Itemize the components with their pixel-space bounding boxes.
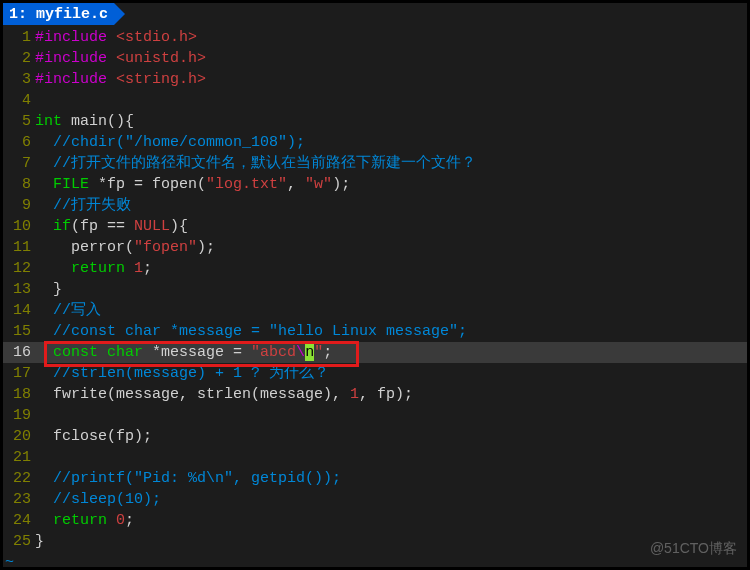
line-number: 23	[3, 489, 35, 510]
tab-bar: 1: myfile.c	[3, 3, 747, 25]
code-line[interactable]: 13 }	[3, 279, 747, 300]
line-number: 15	[3, 321, 35, 342]
code-line[interactable]: 15 //const char *message = "hello Linux …	[3, 321, 747, 342]
code-line[interactable]: 9 //打开失败	[3, 195, 747, 216]
code-content: //sleep(10);	[35, 489, 747, 510]
line-number: 14	[3, 300, 35, 321]
code-line[interactable]: 6 //chdir("/home/common_108");	[3, 132, 747, 153]
line-number: 16	[3, 342, 35, 363]
code-content: //chdir("/home/common_108");	[35, 132, 747, 153]
code-line[interactable]: 20 fclose(fp);	[3, 426, 747, 447]
code-line[interactable]: 1#include <stdio.h>	[3, 27, 747, 48]
line-number: 13	[3, 279, 35, 300]
code-content: //printf("Pid: %d\n", getpid());	[35, 468, 747, 489]
code-content: //打开文件的路径和文件名，默认在当前路径下新建一个文件？	[35, 153, 747, 174]
code-line[interactable]: 25}	[3, 531, 747, 552]
code-line[interactable]: 8 FILE *fp = fopen("log.txt", "w");	[3, 174, 747, 195]
eof-tilde: ~	[3, 552, 747, 570]
line-number: 3	[3, 69, 35, 90]
code-content	[35, 90, 747, 111]
code-content: const char *message = "abcd\n";	[35, 342, 747, 363]
line-number: 6	[3, 132, 35, 153]
code-line[interactable]: 14 //写入	[3, 300, 747, 321]
code-line[interactable]: 16 const char *message = "abcd\n";	[3, 342, 747, 363]
code-line[interactable]: 21	[3, 447, 747, 468]
code-line[interactable]: 5int main(){	[3, 111, 747, 132]
code-content: #include <unistd.h>	[35, 48, 747, 69]
line-number: 8	[3, 174, 35, 195]
code-line[interactable]: 3#include <string.h>	[3, 69, 747, 90]
code-line[interactable]: 10 if(fp == NULL){	[3, 216, 747, 237]
line-number: 7	[3, 153, 35, 174]
code-content: fwrite(message, strlen(message), 1, fp);	[35, 384, 747, 405]
line-number: 4	[3, 90, 35, 111]
line-number: 20	[3, 426, 35, 447]
code-line[interactable]: 4	[3, 90, 747, 111]
code-content: #include <string.h>	[35, 69, 747, 90]
code-content: //const char *message = "hello Linux mes…	[35, 321, 747, 342]
line-number: 19	[3, 405, 35, 426]
line-number: 25	[3, 531, 35, 552]
code-content: fclose(fp);	[35, 426, 747, 447]
code-content: int main(){	[35, 111, 747, 132]
file-tab[interactable]: 1: myfile.c	[3, 3, 114, 25]
code-line[interactable]: 11 perror("fopen");	[3, 237, 747, 258]
code-line[interactable]: 17 //strlen(message) + 1 ? 为什么？	[3, 363, 747, 384]
line-number: 24	[3, 510, 35, 531]
line-number: 9	[3, 195, 35, 216]
editor-window: 1: myfile.c 1#include <stdio.h>2#include…	[3, 3, 747, 567]
code-content: perror("fopen");	[35, 237, 747, 258]
code-line[interactable]: 2#include <unistd.h>	[3, 48, 747, 69]
watermark: @51CTO博客	[650, 538, 737, 559]
line-number: 21	[3, 447, 35, 468]
line-number: 18	[3, 384, 35, 405]
code-line[interactable]: 19	[3, 405, 747, 426]
line-number: 11	[3, 237, 35, 258]
line-number: 5	[3, 111, 35, 132]
file-tab-label: 1: myfile.c	[9, 4, 108, 25]
code-content: return 0;	[35, 510, 747, 531]
code-content: if(fp == NULL){	[35, 216, 747, 237]
code-content: //写入	[35, 300, 747, 321]
code-content	[35, 405, 747, 426]
line-number: 2	[3, 48, 35, 69]
code-line[interactable]: 18 fwrite(message, strlen(message), 1, f…	[3, 384, 747, 405]
code-line[interactable]: 12 return 1;	[3, 258, 747, 279]
line-number: 17	[3, 363, 35, 384]
code-content: }	[35, 279, 747, 300]
code-content: //打开失败	[35, 195, 747, 216]
line-number: 10	[3, 216, 35, 237]
code-line[interactable]: 22 //printf("Pid: %d\n", getpid());	[3, 468, 747, 489]
code-line[interactable]: 24 return 0;	[3, 510, 747, 531]
code-content: //strlen(message) + 1 ? 为什么？	[35, 363, 747, 384]
code-line[interactable]: 7 //打开文件的路径和文件名，默认在当前路径下新建一个文件？	[3, 153, 747, 174]
code-content: }	[35, 531, 747, 552]
line-number: 12	[3, 258, 35, 279]
line-number: 22	[3, 468, 35, 489]
code-content: #include <stdio.h>	[35, 27, 747, 48]
code-line[interactable]: 23 //sleep(10);	[3, 489, 747, 510]
code-content: return 1;	[35, 258, 747, 279]
code-area[interactable]: 1#include <stdio.h>2#include <unistd.h>3…	[3, 25, 747, 552]
code-content	[35, 447, 747, 468]
code-content: FILE *fp = fopen("log.txt", "w");	[35, 174, 747, 195]
line-number: 1	[3, 27, 35, 48]
